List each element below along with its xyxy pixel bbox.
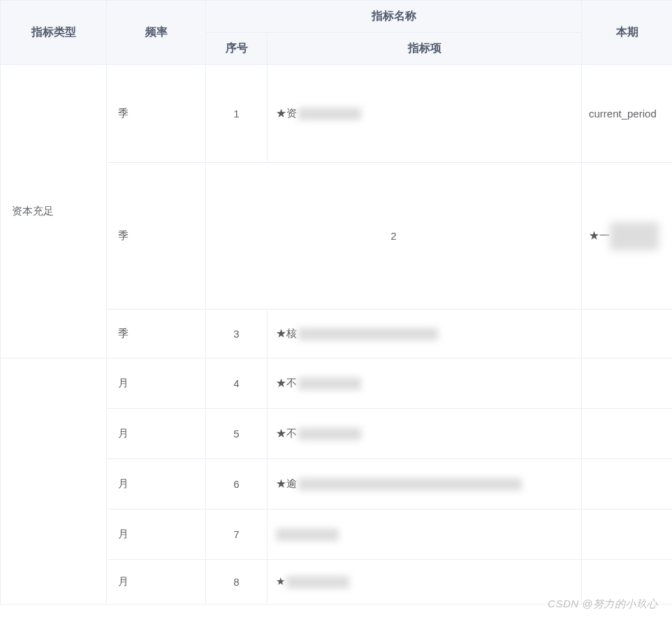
cell-freq: 月 bbox=[107, 509, 206, 560]
cell-item: ★不 bbox=[268, 359, 582, 409]
header-current: 本期 bbox=[582, 1, 673, 65]
cell-seq: 6 bbox=[206, 459, 268, 509]
cell-type-empty bbox=[1, 359, 107, 605]
header-frequency: 频率 bbox=[107, 1, 206, 65]
cell-current bbox=[582, 409, 673, 459]
blur-redacted bbox=[610, 222, 659, 250]
cell-current bbox=[582, 359, 673, 409]
item-prefix: ★不 bbox=[276, 427, 297, 439]
item-prefix: ★逾 bbox=[276, 477, 297, 489]
cell-seq: 1 bbox=[206, 65, 268, 163]
item-prefix: ★一 bbox=[589, 229, 610, 240]
table-header-row-1: 指标类型 频率 指标名称 本期 bbox=[1, 1, 673, 33]
cell-freq: 月 bbox=[107, 560, 206, 605]
header-indicator-name: 指标名称 bbox=[206, 1, 582, 33]
cell-item: ★ bbox=[268, 560, 582, 605]
cell-item: ★核 bbox=[268, 310, 582, 359]
blur-redacted bbox=[298, 328, 438, 340]
cell-item: ★资 bbox=[268, 65, 582, 163]
blur-redacted bbox=[276, 528, 339, 541]
header-item: 指标项 bbox=[268, 33, 582, 65]
cell-seq-merged: 2 bbox=[206, 163, 582, 310]
cell-item: ★不 bbox=[268, 409, 582, 459]
cell-freq: 月 bbox=[107, 409, 206, 459]
table-row: 资本充足 季 1 ★资 current_period bbox=[1, 65, 673, 163]
cell-seq: 4 bbox=[206, 359, 268, 409]
cell-seq: 8 bbox=[206, 560, 268, 605]
cell-freq: 季 bbox=[107, 163, 206, 310]
item-prefix: ★核 bbox=[276, 327, 297, 339]
item-prefix: ★ bbox=[276, 575, 285, 587]
cell-type: 资本充足 bbox=[1, 65, 107, 359]
cell-current bbox=[582, 310, 673, 359]
cell-seq: 7 bbox=[206, 509, 268, 560]
cell-freq: 季 bbox=[107, 65, 206, 163]
indicator-table: 指标类型 频率 指标名称 本期 序号 指标项 资本充足 季 1 ★资 curre… bbox=[0, 0, 672, 605]
cell-freq: 月 bbox=[107, 459, 206, 509]
header-type: 指标类型 bbox=[1, 1, 107, 65]
watermark: CSDN @努力的小玖心 bbox=[548, 598, 658, 611]
item-prefix: ★资 bbox=[276, 107, 297, 119]
cell-current bbox=[582, 459, 673, 509]
blur-redacted bbox=[298, 377, 361, 390]
cell-current: current_period bbox=[582, 65, 673, 163]
cell-freq: 季 bbox=[107, 310, 206, 359]
blur-redacted bbox=[298, 108, 361, 120]
blur-redacted bbox=[298, 478, 522, 491]
cell-current: ★一 bbox=[582, 163, 673, 310]
blur-redacted bbox=[286, 576, 349, 588]
cell-seq: 3 bbox=[206, 310, 268, 359]
cell-freq: 月 bbox=[107, 359, 206, 409]
cell-item: ★逾 bbox=[268, 459, 582, 509]
cell-item bbox=[268, 509, 582, 560]
table-row: 月 4 ★不 bbox=[1, 359, 673, 409]
blur-redacted bbox=[298, 428, 361, 440]
cell-current bbox=[582, 509, 673, 560]
cell-seq: 5 bbox=[206, 409, 268, 459]
item-prefix: ★不 bbox=[276, 377, 297, 389]
header-seq: 序号 bbox=[206, 33, 268, 65]
